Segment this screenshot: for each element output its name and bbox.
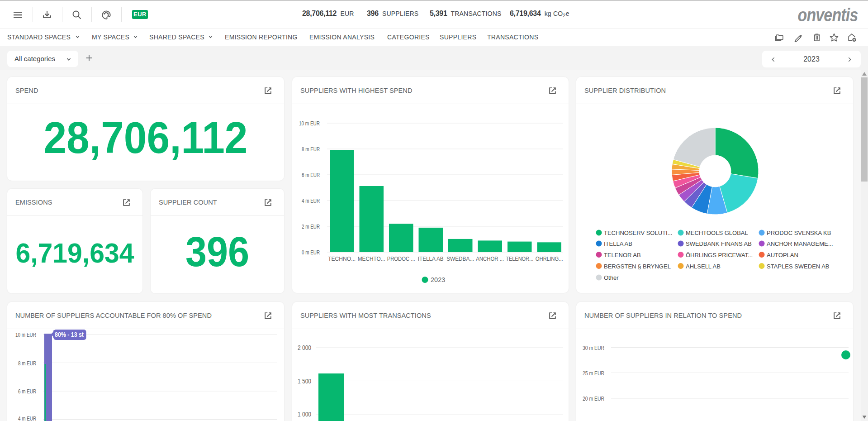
svg-text:TELENOR AB: TELENOR AB	[604, 252, 641, 258]
svg-text:PRODOC ...: PRODOC ...	[387, 256, 415, 262]
svg-text:1 500: 1 500	[298, 378, 311, 385]
svg-text:2023: 2023	[431, 276, 445, 283]
svg-text:TELENOR...: TELENOR...	[506, 256, 533, 262]
svg-text:8 m EUR: 8 m EUR	[302, 146, 320, 153]
svg-text:Other: Other	[604, 274, 619, 281]
svg-text:25 m EUR: 25 m EUR	[583, 370, 604, 377]
svg-text:SWEDBANK FINANS AB: SWEDBANK FINANS AB	[686, 240, 752, 247]
svg-text:ITELLA AB: ITELLA AB	[418, 256, 444, 262]
svg-text:MECHTOOLS GLOBAL: MECHTOOLS GLOBAL	[686, 230, 748, 236]
svg-text:ÖHRLING...: ÖHRLING...	[536, 256, 563, 262]
svg-text:ANCHOR MANAGEME...: ANCHOR MANAGEME...	[767, 240, 833, 247]
svg-text:STAPLES SWEDEN AB: STAPLES SWEDEN AB	[767, 263, 829, 270]
svg-text:80% - 13 st: 80% - 13 st	[55, 331, 84, 338]
svg-text:4 m EUR: 4 m EUR	[302, 197, 320, 204]
svg-text:SWEDBA...: SWEDBA...	[446, 256, 474, 262]
svg-text:10 m EUR: 10 m EUR	[299, 120, 320, 127]
svg-text:20 m EUR: 20 m EUR	[583, 395, 604, 402]
svg-text:BERGSTEN § BRYNGEL: BERGSTEN § BRYNGEL	[604, 263, 671, 270]
svg-text:30 m EUR: 30 m EUR	[583, 344, 604, 351]
svg-text:AHLSELL AB: AHLSELL AB	[686, 263, 721, 270]
svg-text:PRODOC SVENSKA KB: PRODOC SVENSKA KB	[767, 230, 831, 236]
svg-text:1 000: 1 000	[298, 411, 311, 418]
svg-text:2 m EUR: 2 m EUR	[302, 223, 320, 230]
svg-text:2 000: 2 000	[298, 344, 311, 351]
svg-text:0 m EUR: 0 m EUR	[302, 249, 320, 256]
svg-text:TECHNO...: TECHNO...	[328, 256, 356, 262]
svg-text:ITELLA AB: ITELLA AB	[604, 240, 632, 247]
svg-text:8 m EUR: 8 m EUR	[18, 360, 36, 367]
svg-text:6 m EUR: 6 m EUR	[302, 172, 320, 178]
svg-text:4 m EUR: 4 m EUR	[18, 415, 36, 421]
svg-text:10 m EUR: 10 m EUR	[15, 331, 36, 338]
svg-text:ÖHRLINGS PRICEWAT...: ÖHRLINGS PRICEWAT...	[686, 252, 753, 258]
svg-text:ANCHOR ...: ANCHOR ...	[476, 256, 504, 262]
svg-text:6 m EUR: 6 m EUR	[18, 388, 36, 395]
svg-text:TECHNOSERV SOLUTI...: TECHNOSERV SOLUTI...	[604, 230, 672, 236]
svg-text:AUTOPLAN: AUTOPLAN	[767, 252, 798, 258]
svg-text:MECHTO...: MECHTO...	[358, 256, 385, 262]
